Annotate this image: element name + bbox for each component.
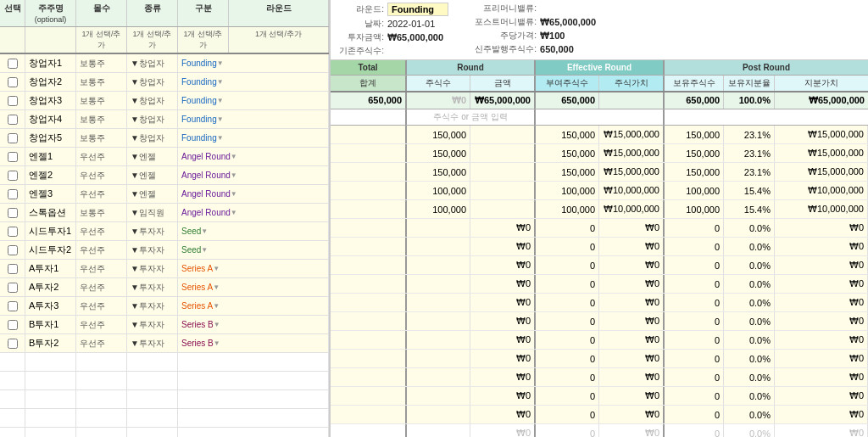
cell-p-shares: 0 <box>665 219 724 237</box>
row-round: Founding ▼ <box>178 73 329 91</box>
cell-r-shares[interactable] <box>407 238 470 255</box>
row-select[interactable] <box>0 148 25 165</box>
row-select[interactable] <box>0 372 25 389</box>
cell-p-pct: 23.1% <box>724 163 775 181</box>
row-select[interactable] <box>0 129 25 147</box>
row-name: B투자2 <box>25 334 76 352</box>
cell-p-pct: 0.0% <box>724 275 775 293</box>
row-select[interactable] <box>0 353 25 371</box>
cell-r-amount[interactable] <box>470 126 536 143</box>
row-select[interactable] <box>0 222 25 240</box>
cell-r-shares[interactable] <box>407 275 470 293</box>
post-held-col: 보유주식수 <box>665 76 724 91</box>
row-select[interactable] <box>0 334 25 352</box>
cell-r-amount[interactable] <box>470 182 536 199</box>
sub-type-add[interactable]: 1개 선택/추가 <box>127 27 178 53</box>
row-type <box>76 372 127 389</box>
cell-r-shares[interactable]: 150,000 <box>407 144 470 162</box>
cell-r-amount[interactable]: ₩0 <box>470 387 536 405</box>
cell-p-pct: 0.0% <box>724 331 775 349</box>
cell-r-shares[interactable] <box>407 331 470 349</box>
premium-label: 프리머니밸류: <box>473 3 537 14</box>
row-select[interactable] <box>0 204 25 221</box>
row-type: 보통주 <box>76 129 127 147</box>
cell-r-amount[interactable]: ₩0 <box>470 406 536 423</box>
sub-count-add[interactable]: 1개 선택/추가 <box>76 27 127 53</box>
cell-e-value: ₩0 <box>599 331 665 349</box>
row-name: 엔젤3 <box>25 185 76 203</box>
sub-category-add[interactable]: 1개 선택/추가 <box>178 27 229 53</box>
row-select[interactable] <box>0 92 25 109</box>
row-select[interactable] <box>0 260 25 277</box>
cell-r-shares[interactable] <box>407 368 470 386</box>
cell-r-amount[interactable] <box>470 163 536 181</box>
total-post-value: ₩65,000,000 <box>775 92 868 109</box>
row-select[interactable] <box>0 409 25 427</box>
cell-r-shares[interactable]: 150,000 <box>407 126 470 143</box>
row-select[interactable] <box>0 297 25 315</box>
cell-e-shares: 0 <box>536 406 599 423</box>
cell-r-amount[interactable]: ₩0 <box>470 368 536 386</box>
cell-r-amount[interactable]: ₩0 <box>470 312 536 330</box>
row-select[interactable] <box>0 54 25 72</box>
row-select[interactable] <box>0 428 25 437</box>
row-type: 우선주 <box>76 222 127 240</box>
left-row: 엔젤2 우선주 ▼ 엔젤 Angel Round ▼ <box>0 166 329 185</box>
cell-r-shares[interactable]: 100,000 <box>407 200 470 218</box>
row-name: A투자1 <box>25 260 76 277</box>
row-select[interactable] <box>0 241 25 259</box>
cell-e-value: ₩0 <box>599 350 665 367</box>
row-select[interactable] <box>0 73 25 91</box>
cell-e-value: ₩0 <box>599 294 665 311</box>
left-row: B투자1 우선주 ▼ 투자자 Series B ▼ <box>0 316 329 334</box>
row-category: ▼ 임직원 <box>127 204 178 221</box>
cell-r-amount[interactable] <box>470 200 536 218</box>
row-select[interactable] <box>0 185 25 203</box>
cell-r-shares[interactable] <box>407 312 470 330</box>
investment-value: ₩65,000,000 <box>387 32 443 43</box>
round-dropdown[interactable]: Founding <box>387 3 448 16</box>
cell-p-pct: 0.0% <box>724 368 775 386</box>
cell-r-amount[interactable]: ₩0 <box>470 424 536 437</box>
row-select[interactable] <box>0 390 25 408</box>
cell-p-value: ₩0 <box>775 424 868 437</box>
row-category: ▼ 창업자 <box>127 110 178 128</box>
total-total: 650,000 <box>331 92 407 109</box>
cell-r-amount[interactable]: ₩0 <box>470 275 536 293</box>
cell-r-shares[interactable]: 100,000 <box>407 182 470 199</box>
cell-r-amount[interactable] <box>470 144 536 162</box>
cell-r-amount[interactable]: ₩0 <box>470 238 536 255</box>
row-select[interactable] <box>0 278 25 296</box>
price-value: ₩100 <box>540 31 565 42</box>
cell-r-shares[interactable] <box>407 294 470 311</box>
cell-r-shares[interactable] <box>407 219 470 237</box>
col-name: 주주명(optional) <box>25 0 76 26</box>
cell-r-shares[interactable] <box>407 256 470 274</box>
cell-r-amount[interactable]: ₩0 <box>470 294 536 311</box>
cell-r-amount[interactable]: ₩0 <box>470 331 536 349</box>
row-select[interactable] <box>0 166 25 184</box>
cell-r-shares[interactable] <box>407 424 470 437</box>
cell-r-amount[interactable]: ₩0 <box>470 219 536 237</box>
cell-r-shares[interactable]: 150,000 <box>407 163 470 181</box>
cell-r-shares[interactable] <box>407 406 470 423</box>
cell-r-shares[interactable] <box>407 350 470 367</box>
cell-r-shares[interactable] <box>407 387 470 405</box>
row-category <box>127 353 178 371</box>
left-row: 창업자2 보통주 ▼ 창업자 Founding ▼ <box>0 73 329 92</box>
left-row <box>0 409 329 428</box>
cell-p-shares: 0 <box>665 406 724 423</box>
row-name: 창업자3 <box>25 92 76 109</box>
row-select[interactable] <box>0 110 25 128</box>
row-category <box>127 409 178 427</box>
row-round <box>178 409 329 427</box>
postmoney-value: ₩65,000,000 <box>540 17 596 28</box>
cell-p-value: ₩0 <box>775 219 868 237</box>
row-round: Seed ▼ <box>178 222 329 240</box>
cell-r-amount[interactable]: ₩0 <box>470 350 536 367</box>
cell-r-amount[interactable]: ₩0 <box>470 256 536 274</box>
sub-round-add[interactable]: 1개 선택/추가 <box>229 27 329 53</box>
cell-p-shares: 150,000 <box>665 126 724 143</box>
row-select[interactable] <box>0 316 25 333</box>
row-round <box>178 372 329 389</box>
